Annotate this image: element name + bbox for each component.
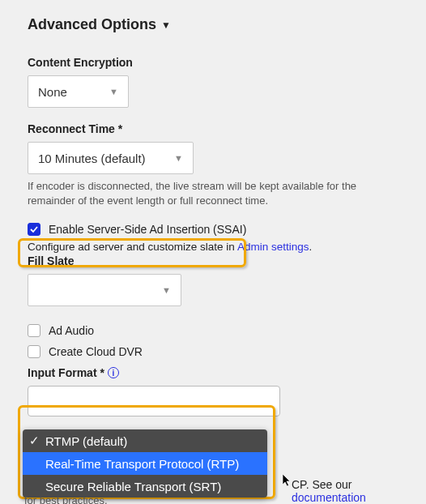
section-header[interactable]: Advanced Options ▼ <box>28 16 402 33</box>
option-label: Real-Time Transport Protocol (RTP) <box>45 457 239 471</box>
bottom-note-fragment: CP. See our documentation <box>292 478 426 504</box>
documentation-link[interactable]: documentation <box>292 491 366 504</box>
content-encryption-select[interactable]: None ▼ <box>28 75 129 108</box>
input-format-label-row: Input Format * i <box>28 366 402 379</box>
note-text: CP. See our <box>292 478 351 491</box>
info-icon[interactable]: i <box>108 367 119 378</box>
ssai-config-prefix: Configure ad server and customize slate … <box>28 241 237 253</box>
cloud-dvr-label: Create Cloud DVR <box>49 345 143 358</box>
admin-settings-link[interactable]: Admin settings <box>237 241 309 253</box>
cloud-dvr-checkbox[interactable] <box>28 345 40 358</box>
ad-audio-label: Ad Audio <box>49 324 94 337</box>
chevron-down-icon: ▼ <box>109 87 118 96</box>
ad-audio-row[interactable]: Ad Audio <box>28 324 402 337</box>
reconnect-time-label: Reconnect Time * <box>28 122 402 135</box>
ssai-toggle-row[interactable]: Enable Server-Side Ad Insertion (SSAI) <box>28 223 402 236</box>
ssai-label: Enable Server-Side Ad Insertion (SSAI) <box>49 223 246 236</box>
input-format-dropdown[interactable]: RTMP (default) Real-Time Transport Proto… <box>23 429 267 498</box>
ssai-config-suffix: . <box>309 241 312 253</box>
chevron-down-icon: ▼ <box>174 153 183 163</box>
caret-down-icon: ▼ <box>161 19 171 31</box>
chevron-down-icon: ▼ <box>162 285 171 295</box>
reconnect-time-value: 10 Minutes (default) <box>38 152 146 165</box>
ad-audio-checkbox[interactable] <box>28 324 40 337</box>
input-format-option-rtp[interactable]: Real-Time Transport Protocol (RTP) <box>23 452 267 475</box>
ssai-config-note: Configure ad server and customize slate … <box>28 241 402 253</box>
option-label: Secure Reliable Transport (SRT) <box>45 480 221 493</box>
input-format-option-rtmp[interactable]: RTMP (default) <box>23 429 267 452</box>
section-title-text: Advanced Options <box>28 16 156 33</box>
ssai-checkbox[interactable] <box>28 223 40 236</box>
fill-slate-label: Fill Slate <box>28 254 402 267</box>
cloud-dvr-row[interactable]: Create Cloud DVR <box>28 345 402 358</box>
reconnect-time-select[interactable]: 10 Minutes (default) ▼ <box>28 142 194 174</box>
content-encryption-value: None <box>38 85 67 99</box>
option-label: RTMP (default) <box>45 434 127 448</box>
reconnect-time-note: If encoder is disconnected, the live str… <box>28 179 402 208</box>
input-format-label: Input Format * <box>28 366 104 379</box>
bottom-note-cut: for best practices. <box>24 494 108 504</box>
fill-slate-select[interactable]: ▼ <box>28 274 181 306</box>
content-encryption-label: Content Encryption <box>28 56 402 69</box>
input-format-select[interactable] <box>28 386 280 416</box>
